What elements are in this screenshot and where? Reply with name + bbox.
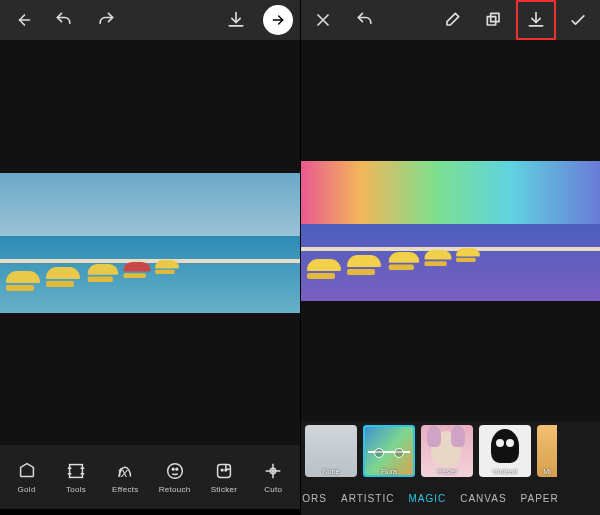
effect-thumb-pastel[interactable]: Pastel (421, 425, 473, 477)
svg-point-4 (176, 468, 178, 470)
svg-point-7 (225, 469, 227, 471)
back-icon[interactable] (4, 2, 40, 38)
svg-text:fx: fx (118, 465, 129, 480)
download-icon[interactable] (518, 2, 554, 38)
right-topbar (301, 0, 600, 40)
tool-effects[interactable]: fx Effects (102, 460, 148, 494)
editor-effect-panel: None Flora Pastel Undead Mi OLORS ARTIST… (300, 0, 600, 515)
original-photo (0, 173, 300, 313)
svg-point-2 (167, 464, 182, 479)
effect-category-tabs: OLORS ARTISTIC MAGIC CANVAS PAPER (301, 481, 600, 515)
close-icon[interactable] (305, 2, 341, 38)
apply-icon[interactable] (560, 2, 596, 38)
thumb-label: None (323, 468, 340, 475)
svg-point-6 (221, 469, 223, 471)
right-canvas[interactable] (301, 40, 600, 421)
tab-canvas[interactable]: CANVAS (460, 493, 506, 504)
effect-thumb-none[interactable]: None (305, 425, 357, 477)
thumb-label: Pastel (437, 468, 456, 475)
effect-thumb-flora[interactable]: Flora (363, 425, 415, 477)
svg-rect-5 (218, 465, 231, 478)
thumb-label: Mi (543, 468, 550, 475)
undo-icon[interactable] (347, 2, 383, 38)
tool-cutout[interactable]: Cuto (250, 460, 296, 494)
svg-rect-0 (70, 465, 83, 478)
svg-point-3 (172, 468, 174, 470)
tool-tools[interactable]: Tools (53, 460, 99, 494)
tab-paper[interactable]: PAPER (521, 493, 559, 504)
tab-colors[interactable]: OLORS (301, 493, 327, 504)
left-canvas[interactable] (0, 40, 300, 445)
stylized-photo (301, 161, 600, 301)
effect-thumb-partial[interactable]: Mi (537, 425, 557, 477)
download-icon[interactable] (218, 2, 254, 38)
next-button[interactable] (260, 2, 296, 38)
tool-label: Effects (112, 485, 138, 494)
eraser-icon[interactable] (434, 2, 470, 38)
tool-label: Sticker (211, 485, 238, 494)
tool-gold[interactable]: Gold (4, 460, 50, 494)
effect-thumb-undead[interactable]: Undead (479, 425, 531, 477)
editor-main-panel: Gold Tools fx Effects Retouch Sticker Cu… (0, 0, 300, 515)
left-topbar (0, 0, 300, 40)
tool-sticker[interactable]: Sticker (201, 460, 247, 494)
tool-label: Tools (66, 485, 86, 494)
left-toolbar: Gold Tools fx Effects Retouch Sticker Cu… (0, 445, 300, 509)
tool-label: Gold (18, 485, 36, 494)
tool-label: Retouch (159, 485, 191, 494)
tool-label: Cuto (264, 485, 282, 494)
tab-magic[interactable]: MAGIC (408, 493, 446, 504)
tab-artistic[interactable]: ARTISTIC (341, 493, 394, 504)
thumb-label: Flora (381, 468, 397, 475)
tool-retouch[interactable]: Retouch (152, 460, 198, 494)
redo-icon[interactable] (88, 2, 124, 38)
undo-icon[interactable] (46, 2, 82, 38)
layers-icon[interactable] (476, 2, 512, 38)
effects-strip[interactable]: None Flora Pastel Undead Mi (301, 421, 600, 481)
thumb-label: Undead (493, 468, 518, 475)
